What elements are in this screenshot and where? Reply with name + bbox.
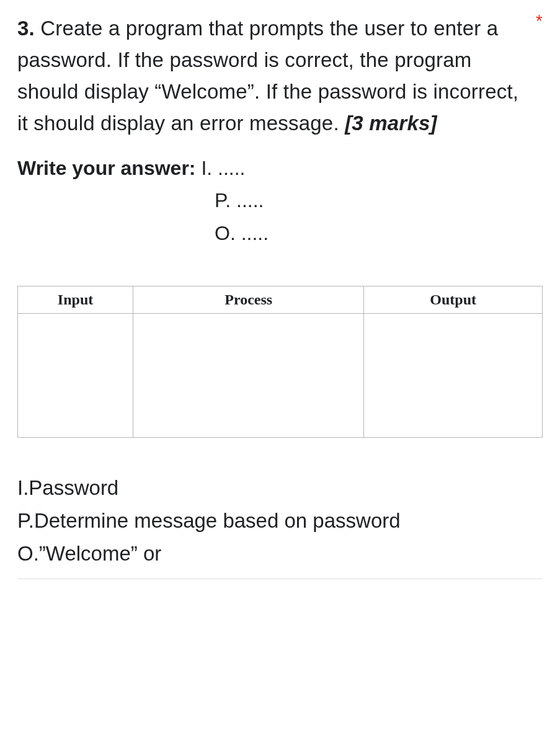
table-cell-input[interactable]: [18, 313, 133, 437]
ipo-table: Input Process Output: [17, 286, 543, 438]
table-cell-process[interactable]: [133, 313, 364, 437]
answer-line-p: P. .....: [215, 189, 264, 211]
answer-prompt-section: Write your answer: I. ..... P. ..... O. …: [17, 152, 524, 250]
required-star-icon: *: [536, 12, 543, 30]
divider: [17, 579, 543, 579]
answer-text-i: I.Password: [17, 472, 543, 505]
table-cell-output[interactable]: [364, 313, 543, 437]
answer-text-p: P.Determine message based on password: [17, 505, 543, 538]
question-block: * 3. Create a program that prompts the u…: [17, 12, 543, 250]
answer-line-i: I. .....: [201, 157, 245, 179]
table-row: [18, 313, 543, 437]
table-header-output: Output: [364, 286, 543, 313]
table-header-process: Process: [133, 286, 364, 313]
table-header-input: Input: [18, 286, 133, 313]
question-marks: [3 marks]: [345, 112, 437, 135]
table-header-row: Input Process Output: [18, 286, 543, 313]
answer-text-o: O.”Welcome” or: [17, 538, 543, 570]
answer-text-section: I.Password P.Determine message based on …: [17, 472, 543, 579]
question-number: 3.: [17, 17, 35, 40]
question-body: Create a program that prompts the user t…: [17, 17, 518, 135]
question-text: 3. Create a program that prompts the use…: [17, 12, 524, 140]
answer-line-o: O. .....: [215, 222, 269, 244]
answer-label: Write your answer:: [17, 157, 201, 179]
ipo-table-wrap: Input Process Output: [17, 286, 543, 438]
